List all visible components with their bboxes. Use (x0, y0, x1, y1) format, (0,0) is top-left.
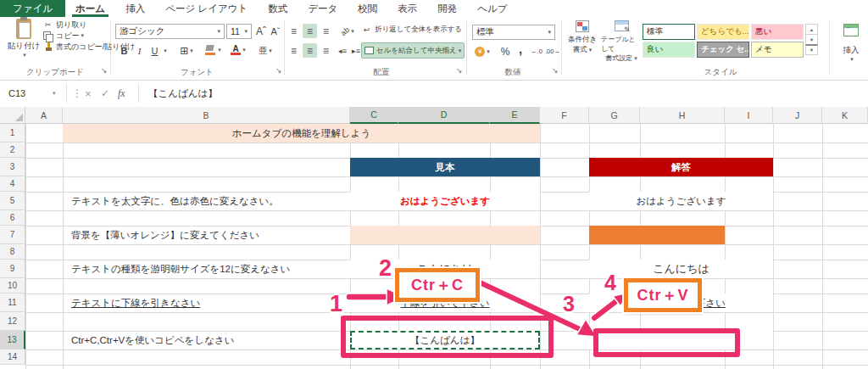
chevron-down-icon[interactable]: ▾ (161, 43, 168, 58)
cell-task-bold[interactable]: テキストを太文字に、色は赤色に変えなさい。 (63, 192, 350, 210)
alignment-dialog-launcher[interactable]: ↘ (456, 66, 463, 75)
decrease-decimal-button[interactable]: .00→ (545, 44, 560, 59)
cell-sample-header[interactable]: 見本 (350, 158, 540, 176)
orientation-button[interactable]: ab▾ (337, 24, 359, 38)
tab-formulas[interactable]: 数式 (258, 0, 298, 17)
cell-answer-bg-fill[interactable] (589, 226, 725, 244)
cell-answer-bold[interactable]: おはようございます (589, 192, 773, 210)
column-header-a[interactable]: A (25, 107, 63, 124)
row-header-4[interactable]: 4 (0, 176, 25, 192)
column-header-h[interactable]: H (640, 107, 725, 124)
paste-button[interactable]: 貼り付け ▾ (5, 19, 42, 59)
decrease-indent-button[interactable]: ◂≡ (337, 43, 348, 58)
cell-style-good[interactable]: 良い (643, 42, 695, 58)
tab-developer[interactable]: 開発 (427, 0, 467, 17)
increase-indent-button[interactable]: ▸≡ (350, 43, 362, 58)
column-header-f[interactable]: F (540, 107, 589, 124)
insert-cells-button[interactable]: 挿入 ▾ (836, 24, 866, 63)
row-header-1[interactable]: 1 (0, 124, 25, 143)
row-header-11[interactable]: 11 (0, 294, 25, 312)
cell-sample-bg-fill[interactable] (350, 226, 540, 244)
tab-home[interactable]: ホーム (65, 0, 115, 17)
column-header-e[interactable]: E (490, 107, 540, 124)
row-header-3[interactable]: 3 (0, 158, 25, 176)
column-header-j[interactable]: J (773, 107, 822, 124)
clipboard-dialog-launcher[interactable]: ↘ (101, 66, 108, 75)
gallery-expand-icon[interactable]: ▾ (805, 44, 818, 55)
tab-file[interactable]: ファイル (0, 0, 65, 17)
enter-icon[interactable]: ✓ (101, 81, 109, 106)
row-header-6[interactable]: 6 (0, 210, 25, 226)
formula-bar-grip[interactable]: ⋮ (72, 81, 82, 106)
borders-button[interactable]: ⊞▾ (176, 43, 197, 58)
tab-page-layout[interactable]: ページ レイアウト (155, 0, 258, 17)
row-header-8[interactable]: 8 (0, 244, 25, 260)
italic-button[interactable]: I (134, 43, 145, 58)
cell-style-bad[interactable]: 悪い (751, 24, 804, 40)
merge-center-button[interactable]: セルを結合して中央揃え ▾ (361, 42, 465, 59)
cell-sample-bold[interactable]: おはようございます (350, 192, 540, 210)
name-box[interactable]: C13 (0, 81, 73, 106)
column-header-k[interactable]: K (822, 107, 868, 124)
increase-decimal-button[interactable]: ←.0 (529, 44, 544, 59)
style-gallery-scroll[interactable]: ▴ ▾ ▾ (805, 24, 818, 54)
bottom-align-button[interactable]: ≡ (319, 24, 333, 38)
cell-answer-header[interactable]: 解答 (589, 158, 773, 176)
conditional-formatting-button[interactable]: 条件付き 書式▾ (564, 20, 601, 55)
wrap-text-button[interactable]: ↩ 折り返して全体を表示する (361, 25, 462, 35)
comma-style-button[interactable]: , (515, 42, 526, 56)
tab-view[interactable]: 表示 (387, 0, 427, 17)
font-color-button[interactable]: A▾ (227, 42, 249, 57)
number-dialog-launcher[interactable]: ↘ (552, 66, 559, 75)
font-dialog-launcher[interactable]: ↘ (275, 66, 282, 75)
number-format-select[interactable]: 標準 ▾ (472, 25, 555, 40)
row-header-14[interactable]: 14 (0, 349, 25, 365)
format-as-table-button[interactable]: テーブルとして 書式設定▾ (601, 20, 642, 63)
decrease-font-icon[interactable]: Aˇ (269, 24, 282, 38)
cancel-icon[interactable]: × (85, 81, 92, 106)
tab-help[interactable]: ヘルプ (467, 0, 517, 17)
underline-button[interactable]: U (148, 43, 161, 58)
cut-button[interactable]: ✂ 切り取り (42, 20, 86, 30)
column-header-b[interactable]: B (63, 107, 350, 124)
row-header-13[interactable]: 13 (0, 331, 25, 349)
column-header-i[interactable]: I (725, 107, 773, 124)
top-align-button[interactable]: ≡ (287, 24, 301, 38)
cell-task-underline[interactable]: テキストに下線を引きなさい (63, 294, 350, 312)
increase-font-icon[interactable]: Aˆ (254, 24, 268, 38)
row-header-7[interactable]: 7 (0, 226, 25, 244)
tab-review[interactable]: 校閲 (348, 0, 387, 17)
cell-task-copy[interactable]: Ctr+C,Ctr+Vを使いコピペをしなさい (63, 331, 350, 349)
tab-insert[interactable]: 挿入 (115, 0, 155, 17)
row-header-10[interactable]: 10 (0, 278, 25, 294)
currency-format-button[interactable]: ¥▾ (472, 44, 492, 59)
font-name-select[interactable]: 游ゴシック ▾ (115, 24, 225, 39)
row-header-2[interactable]: 2 (0, 143, 25, 158)
select-all-corner[interactable] (0, 107, 25, 124)
center-button[interactable]: ≡ (303, 43, 317, 58)
middle-align-button[interactable]: ≡ (303, 24, 317, 38)
column-header-g[interactable]: G (589, 107, 640, 124)
align-left-button[interactable]: ≡ (287, 43, 301, 58)
row-header-5[interactable]: 5 (0, 192, 25, 210)
cell-title[interactable]: ホームタブの機能を理解しよう (63, 124, 540, 143)
cell-style-normal[interactable]: 標準 (643, 24, 695, 40)
font-size-select[interactable]: 11 ▾ (226, 24, 252, 39)
cell-answer-font[interactable]: こんにちは (589, 260, 773, 278)
cell-style-check[interactable]: チェック セ... (697, 42, 749, 58)
cell-task-font[interactable]: テキストの種類を游明朝サイズを12に変えなさい (63, 260, 350, 278)
tab-data[interactable]: データ (298, 0, 348, 17)
row-header-12[interactable]: 12 (0, 312, 25, 331)
column-header-d[interactable]: D (398, 107, 490, 124)
percent-style-button[interactable]: % (498, 44, 512, 59)
cell-style-memo[interactable]: メモ (751, 42, 804, 58)
bold-button[interactable]: B (118, 43, 131, 58)
align-right-button[interactable]: ≡ (319, 43, 333, 58)
formula-bar-input[interactable]: 【こんばんは】 (148, 81, 218, 106)
row-header-9[interactable]: 9 (0, 260, 25, 278)
copy-button[interactable]: コピー ▾ (42, 31, 84, 41)
cell-style-neutral[interactable]: どちらでも... (697, 24, 749, 40)
phonetic-guide-button[interactable]: 亜▾ (254, 43, 276, 58)
cell-task-bg[interactable]: 背景を【薄いオレンジ】に変えてください (63, 226, 350, 244)
column-header-c[interactable]: C (350, 107, 398, 124)
